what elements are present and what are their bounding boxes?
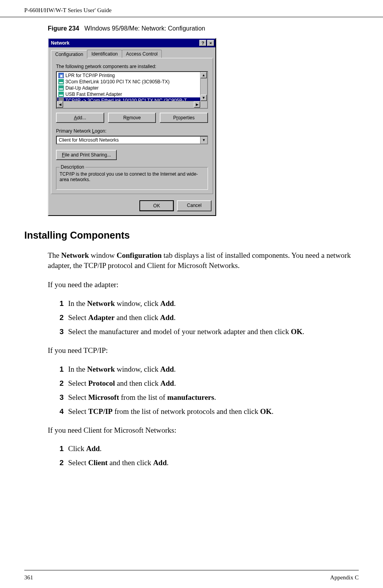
scroll-up-icon[interactable]: ▲ [201, 72, 207, 78]
tcpip-steps-list: 1 In the Network window, click Add. 2 Se… [60, 365, 359, 416]
tab-identification[interactable]: Identification [87, 50, 122, 58]
scroll-right-icon[interactable]: ▶ [194, 101, 200, 108]
dropdown-value: Client for Microsoft Networks [57, 137, 200, 144]
figure-label: Figure 234 [48, 25, 79, 32]
intro-paragraph: The Network window Configuration tab dis… [48, 250, 359, 270]
description-group: Description TCP/IP is the protocol you u… [56, 167, 208, 190]
figure-caption-text: WIndows 95/98/Me: Network: Configuration [84, 25, 205, 32]
list-item-label: LPR for TCP/IP Printing [65, 73, 115, 78]
step-number: 3 [60, 393, 68, 402]
step-text: Select Client and then click Add. [68, 459, 168, 467]
step-number: 3 [60, 327, 68, 336]
description-label: Description [60, 164, 85, 170]
need-adapter-label: If you need the adapter: [48, 280, 359, 290]
step-text: Select the manufacturer and model of you… [68, 327, 304, 336]
description-text: TCP/IP is the protocol you use to connec… [60, 171, 204, 182]
scroll-left-icon[interactable]: ◀ [57, 101, 63, 108]
adapter-icon: ▬ [58, 85, 64, 91]
step-text: In the Network window, click Add. [68, 365, 176, 374]
step-number: 1 [60, 444, 68, 453]
list-item[interactable]: ▬ Dial-Up Adapter [57, 85, 207, 91]
close-icon[interactable]: × [207, 40, 214, 46]
adapter-icon: ▬ [58, 79, 64, 85]
list-item: 2 Select Client and then click Add. [60, 459, 359, 467]
step-text: Select Adapter and then click Add. [68, 313, 175, 322]
help-icon[interactable]: ? [199, 40, 206, 46]
step-text: Select Protocol and then click Add. [68, 379, 176, 388]
header-left: P-660H/HW/W-T Series User' Guide [24, 7, 112, 14]
text: window [89, 251, 117, 259]
text-bold: Network [61, 251, 89, 259]
adapter-icon: ▬ [58, 92, 64, 97]
scrollbar-horizontal[interactable]: ◀ ▶ [57, 101, 200, 108]
add-button[interactable]: Add... [56, 113, 104, 123]
step-text: Click Add. [68, 444, 102, 453]
list-item: 2 Select Adapter and then click Add. [60, 313, 359, 322]
remove-button[interactable]: Remove [108, 113, 156, 123]
list-item: 3 Select the manufacturer and model of y… [60, 327, 359, 336]
network-dialog: Network ? × Configuration Identification… [48, 38, 216, 216]
list-item-label: 3Com EtherLink 10/100 PCI TX NIC (3C905B… [65, 79, 170, 85]
dialog-title: Network [51, 40, 69, 46]
list-item: 2 Select Protocol and then click Add. [60, 379, 359, 388]
need-client-label: If you need Client for Microsoft Network… [48, 425, 359, 435]
page-header: P-660H/HW/W-T Series User' Guide [0, 0, 383, 17]
ok-button[interactable]: OK [139, 200, 174, 211]
step-text: In the Network window, click Add. [68, 299, 176, 308]
tab-access-control[interactable]: Access Control [122, 50, 162, 58]
tab-configuration[interactable]: Configuration [51, 50, 87, 58]
list-item-label: USB Fast Ethernet Adapter [65, 92, 122, 97]
step-number: 1 [60, 365, 68, 374]
appendix-label: Appendix C [330, 574, 359, 581]
need-tcpip-label: If you need TCP/IP: [48, 345, 359, 356]
client-steps-list: 1 Click Add. 2 Select Client and then cl… [60, 444, 359, 467]
scrollbar-vertical[interactable]: ▲ ▼ [200, 72, 207, 101]
adapter-steps-list: 1 In the Network window, click Add. 2 Se… [60, 299, 359, 336]
step-text: Select Microsoft from the list of manufa… [68, 393, 216, 402]
page-number: 361 [24, 574, 33, 581]
list-item: 3 Select Microsoft from the list of manu… [60, 393, 359, 402]
list-item: 1 In the Network window, click Add. [60, 365, 359, 374]
components-label: The following network components are ins… [56, 64, 208, 69]
list-item: 4 Select TCP/IP from the list of network… [60, 407, 359, 416]
page-footer: 361 Appendix C [24, 570, 359, 581]
tab-row: Configuration Identification Access Cont… [49, 47, 215, 58]
dialog-titlebar[interactable]: Network ? × [49, 39, 215, 47]
list-item: 1 In the Network window, click Add. [60, 299, 359, 308]
scroll-down-icon[interactable]: ▼ [201, 95, 207, 101]
components-listbox[interactable]: ▣ LPR for TCP/IP Printing ▬ 3Com EtherLi… [56, 71, 208, 109]
step-number: 2 [60, 379, 68, 388]
list-item-label: Dial-Up Adapter [65, 85, 99, 91]
text: The [48, 251, 61, 259]
step-number: 2 [60, 313, 68, 322]
step-text: Select TCP/IP from the list of network p… [68, 407, 274, 416]
cancel-button[interactable]: Cancel [177, 200, 211, 211]
scroll-corner [200, 101, 207, 108]
printer-icon: ▣ [58, 73, 64, 78]
list-item: 1 Click Add. [60, 444, 359, 453]
list-item[interactable]: ▣ LPR for TCP/IP Printing [57, 72, 207, 79]
tab-panel: The following network components are ins… [51, 58, 213, 194]
step-number: 2 [60, 459, 68, 467]
list-item[interactable]: ▬ 3Com EtherLink 10/100 PCI TX NIC (3C90… [57, 79, 207, 85]
section-heading: Installing Components [24, 230, 359, 241]
figure-caption: Figure 234 WIndows 95/98/Me: Network: Co… [48, 25, 359, 32]
file-print-sharing-button[interactable]: File and Print Sharing... [56, 150, 117, 160]
properties-button[interactable]: Properties [160, 113, 208, 123]
step-number: 1 [60, 299, 68, 308]
step-number: 4 [60, 407, 68, 416]
primary-logon-dropdown[interactable]: Client for Microsoft Networks ▼ [56, 136, 208, 144]
primary-logon-label: Primary Network Logon: [56, 128, 208, 134]
chevron-down-icon[interactable]: ▼ [200, 137, 207, 144]
list-item[interactable]: ▬ USB Fast Ethernet Adapter [57, 91, 207, 97]
text-bold: Configuration [117, 251, 162, 259]
